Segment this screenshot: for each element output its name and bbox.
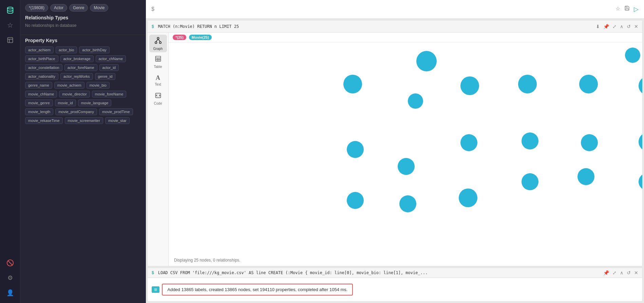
property-tag[interactable]: actor_bio [56, 47, 77, 53]
main-area: $ ☆ ▷ $ MATCH (n:Movie) RETURN n LIMIT 2… [146, 0, 644, 303]
bottom-result-query: LOAD CSV FROM 'file:///kg_movie.csv' AS … [158, 270, 601, 275]
graph-node[interactable] [347, 141, 364, 158]
property-tag[interactable]: actor_nationality [25, 73, 58, 80]
property-tag[interactable]: movie_chName [25, 91, 57, 97]
left-panel-top: *(19808)ActorGenreMovie Relationship Typ… [20, 0, 146, 35]
property-tag[interactable]: movie_bio [87, 82, 110, 89]
code-tab-icon [155, 92, 162, 101]
graph-node[interactable] [460, 76, 479, 95]
property-tag[interactable]: genre_id [95, 73, 116, 80]
graph-node[interactable] [522, 132, 538, 149]
code-tab-label: Code [154, 102, 162, 105]
bottom-close-icon[interactable]: ✕ [634, 270, 638, 275]
query-favorite-icon[interactable]: ☆ [615, 5, 620, 13]
bottom-table-icon[interactable]: ⊞ [152, 286, 159, 293]
graph-node[interactable] [459, 189, 477, 207]
left-panel: *(19808)ActorGenreMovie Relationship Typ… [20, 0, 146, 303]
graph-node[interactable] [639, 132, 642, 151]
tab-graph[interactable]: Graph [149, 35, 167, 52]
sidebar-icon-settings[interactable]: ⚙ [3, 271, 17, 285]
property-tag[interactable]: movie_screenwriter [65, 117, 103, 124]
query-input[interactable] [158, 7, 612, 12]
property-tag[interactable]: actor_chName [96, 55, 126, 62]
node-tab[interactable]: Movie [90, 4, 108, 12]
sidebar-icon-user[interactable]: 👤 [3, 286, 17, 300]
refresh-icon[interactable]: ↺ [627, 24, 631, 29]
property-tag[interactable]: movie_prodCompany [55, 108, 97, 115]
node-tabs: *(19808)ActorGenreMovie [25, 4, 141, 12]
relationship-types-title: Relationship Types [25, 15, 141, 20]
bottom-dollar: $ [152, 270, 154, 275]
tab-code[interactable]: Code [149, 90, 167, 107]
query-run-icon[interactable]: ▷ [634, 5, 639, 13]
badge-all[interactable]: *(25) [173, 35, 186, 40]
graph-node[interactable] [639, 76, 642, 95]
bottom-result-body: ⊞ Added 13865 labels, created 13865 node… [148, 278, 642, 301]
graph-node[interactable] [625, 48, 640, 63]
graph-node[interactable] [639, 173, 642, 190]
sidebar-icon-search[interactable] [3, 33, 17, 47]
expand-icon[interactable]: ⤢ [612, 24, 617, 29]
top-result-header: $ MATCH (n:Movie) RETURN n LIMIT 25 ⬇ 📌 … [148, 20, 642, 33]
property-tag[interactable]: actor_achiem [25, 47, 54, 53]
graph-tab-label: Graph [153, 47, 163, 51]
badge-movie[interactable]: Movie(25) [189, 35, 212, 40]
graph-node[interactable] [399, 195, 416, 212]
node-tab[interactable]: Genre [69, 4, 88, 12]
bottom-result-panel: $ LOAD CSV FROM 'file:///kg_movie.csv' A… [147, 268, 643, 302]
node-tab[interactable]: Actor [50, 4, 67, 12]
bottom-refresh-icon[interactable]: ↺ [627, 270, 631, 275]
bottom-pin-icon[interactable]: 📌 [603, 270, 609, 275]
property-tag[interactable]: movie_achiem [54, 82, 84, 89]
property-tag[interactable]: movie_star [105, 117, 130, 124]
graph-node[interactable] [579, 75, 598, 93]
success-message: Added 13865 labels, created 13865 nodes,… [162, 284, 353, 296]
graph-node[interactable] [581, 134, 598, 151]
download-icon[interactable]: ⬇ [596, 24, 600, 29]
property-tag[interactable]: actor_foreName [64, 64, 97, 71]
property-tag[interactable]: actor_repWorks [60, 73, 93, 80]
property-tag[interactable]: movie_foreName [92, 91, 127, 97]
tab-text[interactable]: A Text [149, 71, 167, 89]
graph-node[interactable] [398, 158, 415, 175]
property-tag[interactable]: movie_prodTime [99, 108, 133, 115]
property-tag[interactable]: movie_id [55, 100, 76, 106]
svg-line-10 [158, 39, 160, 41]
node-tab[interactable]: *(19808) [25, 4, 48, 12]
query-save-icon[interactable] [624, 5, 630, 13]
graph-node[interactable] [518, 75, 537, 93]
graph-node[interactable] [408, 93, 423, 109]
no-relationship-text: No relationships in database [25, 23, 141, 28]
sidebar-icons: ☆ ⚙ 👤 [0, 0, 20, 303]
property-tag[interactable]: movie_language [78, 100, 112, 106]
pin-icon[interactable]: 📌 [603, 24, 609, 29]
graph-node[interactable] [343, 75, 362, 93]
property-tag[interactable]: actor_id [99, 64, 119, 71]
top-result-body: Graph Table [148, 33, 642, 266]
text-tab-label: Text [155, 83, 161, 86]
bottom-collapse-icon[interactable]: ∧ [620, 270, 623, 275]
property-tag[interactable]: actor_constellation [25, 64, 62, 71]
graph-node[interactable] [347, 192, 364, 209]
property-tag[interactable]: movie_director [59, 91, 90, 97]
sidebar-icon-error[interactable] [3, 256, 17, 270]
property-tag[interactable]: actor_birthDay [79, 47, 110, 53]
graph-node[interactable] [416, 51, 437, 71]
property-tag[interactable]: movie_length [25, 108, 53, 115]
sidebar-icon-database[interactable] [3, 3, 17, 17]
graph-node[interactable] [522, 173, 538, 190]
svg-point-0 [7, 7, 13, 9]
bottom-expand-icon[interactable]: ⤢ [612, 270, 617, 275]
property-tag[interactable]: movie_genre [25, 100, 53, 106]
property-tag[interactable]: genre_name [25, 82, 52, 89]
collapse-icon[interactable]: ∧ [620, 24, 623, 29]
graph-node[interactable] [577, 168, 594, 185]
sidebar-icon-star[interactable]: ☆ [3, 18, 17, 32]
close-icon[interactable]: ✕ [634, 24, 638, 29]
graph-node[interactable] [460, 134, 477, 151]
property-tag[interactable]: movie_rekaseTime [25, 117, 63, 124]
property-tag[interactable]: actor_brokerage [60, 55, 94, 62]
property-tag[interactable]: actor_birthPlace [25, 55, 58, 62]
graph-status-text: Displaying 25 nodes, 0 relationships. [174, 258, 240, 263]
tab-table[interactable]: Table [149, 53, 167, 71]
